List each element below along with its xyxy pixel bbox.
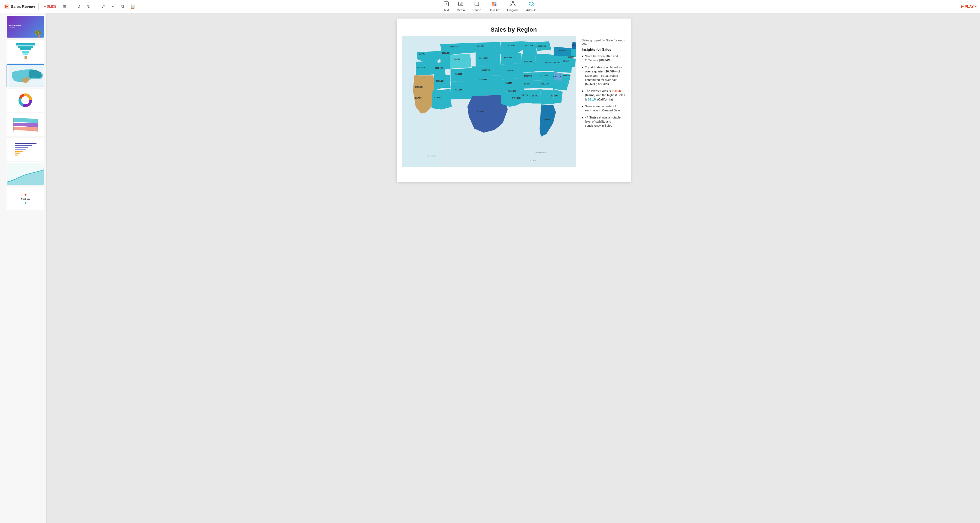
insight-text-1: Sales between 2023 and 2024 was $80.84M <box>585 54 625 63</box>
slide-3-preview <box>7 65 44 87</box>
insight-text-3: The lowest Sales is $10.6K (Maine) and t… <box>585 89 625 102</box>
svg-text:$121.81K: $121.81K <box>450 46 458 48</box>
svg-point-5 <box>461 2 462 3</box>
layout-button[interactable]: ⊞ <box>61 3 68 10</box>
addon-tool-label: Add-On <box>526 8 536 12</box>
play-button[interactable]: ▶ PLAY ▾ <box>961 4 977 8</box>
svg-text:$294.00K: $294.00K <box>553 76 561 78</box>
svg-line-14 <box>512 3 512 5</box>
svg-text:$3.03M: $3.03M <box>419 53 425 55</box>
svg-rect-8 <box>494 2 496 3</box>
insight-diamond-4: ◆ <box>582 105 583 113</box>
center-toolbar: T Text Media Shape <box>440 0 539 13</box>
svg-text:$4.69M: $4.69M <box>544 119 550 121</box>
tool-data-art[interactable]: Data Art <box>485 0 503 13</box>
undo-button[interactable]: ↺ <box>75 3 83 10</box>
slide-2-thumb[interactable] <box>6 40 45 63</box>
insight-diamond-3: ◆ <box>582 89 583 102</box>
tool-text[interactable]: T Text <box>440 0 452 13</box>
text-tool-label: Text <box>444 8 449 12</box>
slide-4-thumb[interactable] <box>6 89 45 112</box>
tool-media[interactable]: Media <box>453 0 468 13</box>
diagram-tool-icon <box>510 1 515 8</box>
svg-text:$5.79M: $5.79M <box>477 111 484 113</box>
tool-diagram[interactable]: Diagram <box>504 0 522 13</box>
tool-addon[interactable]: Add-On <box>523 0 540 13</box>
insight-text-5: 44 States shows a notable level of stabi… <box>585 115 625 128</box>
play-dropdown-icon: ▾ <box>975 4 977 8</box>
svg-text:$955.57K: $955.57K <box>415 86 423 88</box>
data-art-tool-label: Data Art <box>488 8 500 12</box>
svg-rect-9 <box>492 4 494 6</box>
svg-text:CUBA: CUBA <box>530 159 536 162</box>
svg-text:$1.48M: $1.48M <box>434 96 441 99</box>
topbar: Sales Review + SLIDE ⊞ ↺ ↻ 🖌 ✂ ⧉ 📋 T Tex… <box>0 0 980 13</box>
svg-rect-10 <box>494 4 496 6</box>
svg-text:$512.54K: $512.54K <box>525 45 533 47</box>
slide-1-preview: Sales ReviewJune 2024 🌴 <box>7 16 44 38</box>
svg-text:$1.52M: $1.52M <box>507 70 513 72</box>
slide-8-thumb[interactable]: ✦ Thank you ◆ <box>6 187 45 210</box>
svg-text:$1.55M: $1.55M <box>545 62 551 64</box>
svg-text:$719.28K: $719.28K <box>524 61 532 63</box>
media-tool-icon <box>458 1 464 8</box>
insights-heading: Insights for Sales <box>582 48 625 51</box>
svg-text:$156.16K: $156.16K <box>436 80 444 82</box>
slide-5-thumb[interactable] <box>6 113 45 136</box>
svg-text:$253.59K: $253.59K <box>442 52 450 54</box>
slide-2-preview <box>16 43 35 59</box>
cut-button[interactable]: ✂ <box>109 3 117 10</box>
svg-text:$744.55K: $744.55K <box>540 75 549 77</box>
tool-shape[interactable]: Shape <box>469 0 485 13</box>
add-slide-button[interactable]: + SLIDE <box>42 3 59 10</box>
slide-1-thumb[interactable]: Sales ReviewJune 2024 🌴 <box>6 15 45 38</box>
svg-text:$1.96M: $1.96M <box>508 45 515 47</box>
media-tool-label: Media <box>457 8 465 12</box>
slide-panel: 1 Sales ReviewJune 2024 🌴 2 <box>0 13 46 523</box>
paste-button[interactable]: 📋 <box>129 3 136 10</box>
svg-rect-7 <box>492 2 494 3</box>
copy-button[interactable]: ⧉ <box>119 3 127 10</box>
insight-diamond-1: ◆ <box>582 55 583 63</box>
slide-6-thumb[interactable] <box>6 138 45 161</box>
svg-text:$41.52K: $41.52K <box>477 45 484 48</box>
svg-text:BAHAMAS: BAHAMAS <box>535 151 546 154</box>
slide-6-preview <box>14 142 38 157</box>
svg-line-15 <box>514 3 514 5</box>
insight-item-4: ◆ Sales were consistent for each year in… <box>582 104 625 113</box>
app-title: Sales Review <box>11 4 35 9</box>
addon-tool-icon <box>529 1 534 8</box>
redo-button[interactable]: ↻ <box>85 3 92 10</box>
slide-3-thumb[interactable] <box>6 64 45 87</box>
text-tool-icon: T <box>444 1 449 8</box>
slide-body: MEXICO BAHAMAS CUBA <box>397 36 631 173</box>
insight-text-4: Sales were consistent for each year in C… <box>585 104 625 113</box>
insight-item-1: ◆ Sales between 2023 and 2024 was $80.84… <box>582 54 625 63</box>
svg-text:$1.25M: $1.25M <box>506 82 512 84</box>
topbar-divider-3 <box>96 3 96 10</box>
map-container: MEXICO BAHAMAS CUBA <box>402 36 576 168</box>
svg-text:$1.02M: $1.02M <box>455 73 462 75</box>
svg-text:$357.11K: $357.11K <box>541 83 549 85</box>
svg-text:$1.76M: $1.76M <box>551 95 558 97</box>
svg-point-12 <box>511 5 512 6</box>
svg-text:$293.13K: $293.13K <box>508 90 516 92</box>
main-content: 1 Sales ReviewJune 2024 🌴 2 <box>0 13 980 523</box>
slide-8-preview: ✦ Thank you ◆ <box>7 187 44 209</box>
format-painter-button[interactable]: 🖌 <box>99 3 107 10</box>
insights-subtitle: Sales grouped by State for each year <box>582 39 625 45</box>
play-label: PLAY <box>965 4 974 8</box>
canvas-area: Sales by Region MEXICO BAHAMAS CUBA <box>48 13 980 523</box>
svg-text:$481.90K: $481.90K <box>563 75 571 77</box>
svg-text:$5.04K: $5.04K <box>454 58 461 61</box>
slide-7-thumb[interactable] <box>6 163 45 185</box>
app-logo-icon <box>3 3 9 10</box>
svg-text:$476.63K: $476.63K <box>417 67 425 69</box>
insight-item-3: ◆ The lowest Sales is $10.6K (Maine) and… <box>582 89 625 102</box>
svg-text:$1.27M: $1.27M <box>522 94 528 96</box>
svg-text:$655.28K: $655.28K <box>538 45 546 48</box>
svg-text:$1.38M: $1.38M <box>554 62 560 64</box>
svg-text:$416.53K: $416.53K <box>435 67 443 69</box>
svg-point-13 <box>514 5 515 6</box>
topbar-divider-1 <box>38 3 39 10</box>
